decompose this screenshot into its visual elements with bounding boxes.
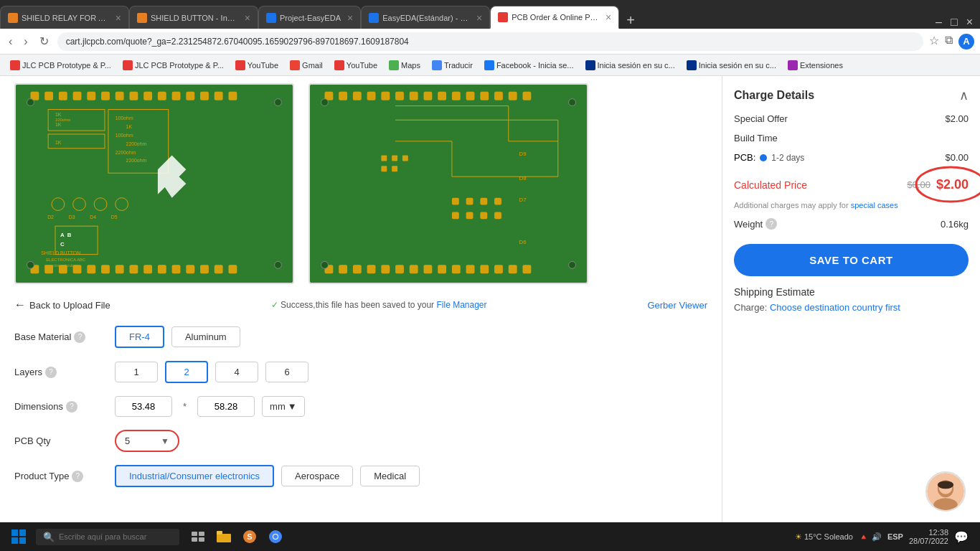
notifications-icon[interactable]: 💬 (954, 530, 969, 544)
maximize-icon[interactable]: □ (951, 16, 958, 29)
taskbar-icon-app1[interactable]: S (238, 525, 261, 548)
system-tray: ☀ 15°C Soleado 🔺 🔊 ESP 12:38 28/07/2022 … (789, 528, 974, 545)
dimensions-help[interactable]: ? (66, 401, 77, 413)
svg-point-61 (27, 261, 34, 268)
base-material-help[interactable]: ? (74, 331, 85, 343)
base-material-aluminum[interactable]: Aluminum (171, 326, 240, 347)
tab-5-title: PCB Order & Online PCB Qu... (512, 13, 599, 22)
back-to-upload-link[interactable]: ← Back to Upload File (14, 298, 110, 311)
close-icon[interactable]: × (966, 16, 973, 29)
gerber-viewer-link[interactable]: Gerber Viewer (647, 300, 707, 311)
taskbar-search-input[interactable] (59, 532, 166, 541)
check-icon: ✓ (271, 300, 278, 310)
address-input[interactable] (57, 32, 923, 51)
bookmarks-bar: JLC PCB Prototype & P... JLC PCB Prototy… (0, 55, 980, 76)
taskbar-icon-file-explorer[interactable] (212, 525, 235, 548)
start-button[interactable] (6, 525, 32, 548)
svg-rect-77 (509, 265, 517, 273)
pcb-qty-dropdown[interactable]: 5 ▼ (115, 430, 179, 452)
reload-button[interactable]: ↻ (37, 33, 52, 50)
back-button[interactable]: ‹ (6, 34, 15, 50)
profile-icon[interactable]: A (958, 34, 974, 50)
clock[interactable]: 12:38 28/07/2022 (909, 528, 948, 545)
dimension-height[interactable] (197, 396, 255, 417)
special-cases-link[interactable]: special cases (851, 201, 898, 209)
svg-rect-130 (19, 529, 26, 536)
tab-5[interactable]: PCB Order & Online PCB Qu... × (490, 6, 619, 29)
forward-button[interactable]: › (21, 34, 30, 50)
new-tab-button[interactable]: + (619, 12, 642, 29)
tab-1-close[interactable]: × (116, 12, 121, 24)
network-icon[interactable]: 🔺 (859, 532, 869, 542)
shipping-title: Shipping Estimate (734, 286, 969, 298)
taskbar-search[interactable]: 🔍 (36, 529, 179, 545)
tab-5-close[interactable]: × (606, 11, 611, 23)
taskbar-icon-taskview[interactable] (187, 525, 209, 548)
language-indicator[interactable]: ESP (887, 532, 903, 541)
bookmark-paypal-2[interactable]: Inicia sesión en su c... (682, 59, 781, 72)
tab-4[interactable]: EasyEDA(Estándar) - Una Sim... × (361, 6, 490, 29)
pcb-images-section: 1K 100ohm 1K 1K 100ohm 1K 100ohm 2200ohm… (14, 83, 707, 284)
dimension-width[interactable] (115, 396, 172, 417)
minimize-icon[interactable]: – (936, 16, 942, 29)
file-manager-link[interactable]: File Manager (436, 300, 486, 310)
product-medical[interactable]: Medical (360, 466, 420, 486)
svg-rect-81 (353, 92, 362, 100)
bookmark-youtube-1[interactable]: YouTube (231, 59, 283, 72)
bookmark-facebook[interactable]: Facebook - Inicia se... (480, 59, 578, 72)
bookmark-2[interactable]: JLC PCB Prototype & P... (118, 59, 228, 72)
weight-label: Weight (734, 219, 763, 230)
bookmark-translate[interactable]: Traducir (428, 59, 477, 72)
save-to-cart-button[interactable]: SAVE TO CART (734, 244, 969, 276)
layers-1[interactable]: 1 (115, 362, 158, 382)
base-material-fr4[interactable]: FR-4 (115, 326, 164, 348)
product-type-help[interactable]: ? (72, 471, 83, 482)
svg-rect-107 (452, 198, 459, 205)
svg-rect-17 (44, 92, 53, 100)
collapse-button[interactable]: ∧ (959, 88, 969, 103)
layers-6[interactable]: 6 (265, 362, 308, 382)
bookmark-2-icon (123, 60, 133, 70)
product-industrial[interactable]: Industrial/Consumer electronics (115, 465, 274, 487)
layers-4[interactable]: 4 (215, 362, 258, 382)
bookmark-youtube-2[interactable]: YouTube (330, 59, 382, 72)
tab-2[interactable]: SHIELD BUTTON - Instructab... × (129, 6, 258, 29)
tab-1[interactable]: SHIELD RELAY FOR ARDUIN... × (0, 6, 129, 29)
tab-2-close[interactable]: × (245, 12, 250, 24)
product-aerospace[interactable]: Aerospace (281, 466, 353, 486)
weight-help[interactable]: ? (765, 218, 777, 230)
weight-label-container: Weight ? (734, 218, 777, 230)
build-time-row: Build Time (734, 133, 969, 143)
svg-text:2200ohm: 2200ohm (116, 150, 136, 155)
new-price: $2.00 (936, 177, 969, 192)
bookmark-gmail[interactable]: Gmail (286, 59, 327, 72)
bookmark-star-icon[interactable]: ☆ (929, 34, 939, 50)
bookmark-extensions[interactable]: Extensiones (783, 59, 847, 72)
svg-point-122 (569, 261, 576, 268)
bookmark-maps[interactable]: Maps (385, 59, 425, 72)
tab-3-close[interactable]: × (347, 12, 353, 24)
tab-2-icon (137, 13, 147, 23)
dimension-unit[interactable]: mm ▼ (262, 396, 305, 417)
dimension-separator: * (183, 401, 187, 412)
layers-2[interactable]: 2 (165, 361, 208, 383)
build-pcb-row: PCB: 1-2 days $0.00 (734, 152, 969, 163)
layers-help[interactable]: ? (45, 367, 57, 378)
taskbar-icon-chrome[interactable] (264, 525, 287, 548)
tab-3[interactable]: Project-EasyEDA × (258, 6, 361, 29)
pcb-image-back: D6 D7 D8 D9 (308, 83, 588, 284)
shipping-section: Shipping Estimate Charge: Choose destina… (734, 286, 969, 313)
svg-text:2200ohm: 2200ohm (126, 141, 147, 146)
tab-4-close[interactable]: × (476, 12, 482, 24)
temperature-text: 15°C Soleado (804, 532, 853, 541)
svg-rect-89 (466, 92, 475, 100)
svg-text:ELECTRONICA ABC: ELECTRONICA ABC (46, 258, 86, 262)
dimensions-inputs: * mm ▼ (115, 396, 305, 417)
bookmark-1[interactable]: JLC PCB Prototype & P... (6, 59, 116, 72)
extensions-icon[interactable]: ⧉ (945, 34, 953, 50)
volume-icon[interactable]: 🔊 (872, 532, 882, 542)
choose-country-link[interactable]: Choose destination country first (770, 302, 900, 313)
calculated-price-label: Calculated Price (734, 179, 807, 191)
floating-avatar[interactable] (925, 471, 966, 512)
bookmark-paypal-1[interactable]: Inicia sesión en su c... (581, 59, 679, 72)
